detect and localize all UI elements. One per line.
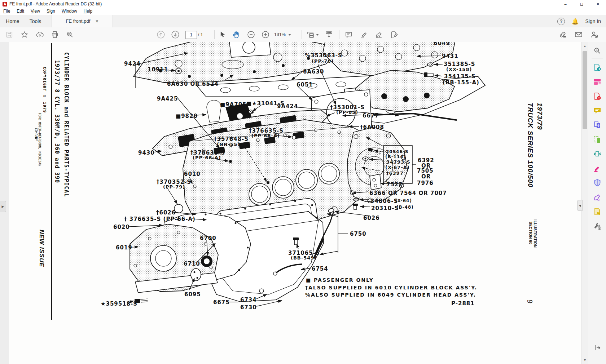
menu-view[interactable]: View (27, 8, 43, 15)
part-label: 6754 (312, 266, 328, 272)
more-tools-icon[interactable] (593, 222, 602, 230)
comment-tool-icon[interactable] (343, 29, 354, 40)
edit-pdf-icon[interactable] (593, 77, 602, 86)
help-icon[interactable]: ? (557, 18, 565, 25)
page-number-input[interactable] (185, 31, 197, 39)
part-label: 34806-S (370, 198, 398, 204)
export-pdf-icon[interactable] (593, 63, 602, 72)
save-icon[interactable] (4, 29, 15, 40)
expand-pane-icon[interactable] (593, 343, 602, 352)
part-label: (BB-155-A) (443, 79, 479, 86)
part-label: 6750 (350, 231, 366, 237)
part-label: 6677 (363, 112, 379, 119)
part-label: 6734 (240, 297, 257, 303)
part-label: †6A008 (360, 124, 384, 130)
redact-icon[interactable] (593, 164, 602, 173)
part-label: (XX-158) (446, 67, 472, 72)
menu-edit[interactable]: Edit (13, 8, 27, 15)
menu-file[interactable]: File (0, 8, 13, 15)
next-page-icon[interactable] (170, 29, 181, 40)
rail-divider (592, 338, 603, 338)
part-label: (BB-549) (291, 255, 317, 261)
minimize-button[interactable]: – (557, 0, 574, 8)
document-area: ▶ CYLINDER BLOCK and RELATED PARTS-TYPIC… (0, 42, 588, 364)
cloud-upload-icon[interactable] (34, 29, 45, 40)
comment-icon[interactable] (593, 106, 602, 115)
part-label: 9430 (138, 150, 155, 156)
select-tool-icon[interactable] (216, 29, 228, 40)
notifications-bell-icon[interactable]: 🔔 (571, 18, 579, 25)
tab-document[interactable]: FE front.pdf ✕ (52, 15, 113, 27)
invite-person-icon[interactable] (589, 29, 600, 40)
organize-pages-icon[interactable] (593, 135, 602, 144)
diagram-footnote: ■ PASSENGER ONLY (306, 277, 374, 283)
scroll-up-icon[interactable]: ▲ (582, 43, 588, 49)
email-icon[interactable] (573, 29, 584, 40)
print-icon[interactable] (49, 29, 61, 40)
zoom-level-value: 131% (274, 32, 286, 37)
pdf-page: CYLINDER BLOCK and RELATED PARTS-TYPICAL… (9, 42, 581, 364)
highlighter-icon[interactable] (358, 29, 369, 40)
combine-files-icon[interactable] (593, 121, 602, 129)
tools-pane-collapse-toggle[interactable]: ◀ (577, 200, 583, 211)
close-button[interactable]: ✕ (590, 0, 606, 8)
sign-in-button[interactable]: Sign In (585, 18, 601, 24)
part-label: 20310-S (371, 205, 399, 212)
part-label: 354135-S (444, 73, 476, 80)
main-toolbar: / 1 131% (0, 27, 606, 43)
zoom-level-control[interactable]: 131% (274, 31, 291, 38)
part-label: 9424 (124, 61, 141, 67)
fill-sign-icon[interactable] (593, 193, 602, 201)
part-label: (B-114) (385, 154, 406, 159)
tab-document-label: FE front.pdf (66, 15, 90, 27)
menu-sign[interactable]: Sign (43, 8, 58, 15)
scroll-mode-icon[interactable] (323, 29, 335, 40)
maximize-button[interactable]: ◻ (574, 0, 590, 8)
sign-pen-icon[interactable] (373, 29, 385, 40)
title-bar: A FE front.pdf - Adobe Acrobat Reader DC… (0, 0, 606, 8)
previous-page-icon[interactable] (155, 29, 167, 40)
tab-close-icon[interactable]: ✕ (95, 15, 98, 27)
request-signatures-icon[interactable] (593, 207, 602, 216)
fill-sign-icon[interactable] (388, 29, 400, 40)
part-label: 9A424 (277, 103, 298, 110)
share-link-icon[interactable] (557, 29, 568, 40)
window-title: FE front.pdf - Adobe Acrobat Reader DC (… (9, 1, 102, 6)
tab-tools[interactable]: Tools (26, 15, 45, 27)
part-label: (PP-66-A) (251, 133, 280, 138)
menu-window[interactable]: Window (58, 8, 80, 15)
search-icon[interactable] (64, 29, 76, 40)
zoom-out-icon[interactable] (245, 29, 257, 40)
part-label: 6730 (240, 304, 257, 311)
part-label: 20546-S (386, 149, 408, 154)
zoom-in-icon[interactable] (260, 29, 271, 40)
fit-width-icon[interactable] (305, 29, 320, 40)
part-label: 6675 (213, 299, 230, 306)
part-label: (PP-66-A) (193, 155, 221, 160)
create-pdf-icon[interactable] (593, 92, 602, 101)
scrollbar-thumb[interactable] (583, 51, 587, 129)
part-label: †6026 (156, 209, 176, 216)
part-label: P-2881 (451, 300, 475, 307)
hand-tool-icon[interactable] (230, 29, 242, 40)
nav-pane-toggle[interactable]: ▶ (0, 201, 6, 212)
part-label: OR (421, 173, 431, 180)
star-icon[interactable] (19, 29, 30, 40)
engine-diagram-art (9, 42, 581, 364)
part-label: 6019 (116, 244, 132, 251)
part-label: ■9820 (176, 113, 198, 119)
scroll-down-icon[interactable]: ▼ (582, 357, 588, 363)
diagram-footnote: †ALSO SUPPLIED IN 6010 CYLINDER BLOCK AS… (305, 285, 477, 290)
tab-home[interactable]: Home (4, 15, 22, 27)
part-label: (NN-55) (217, 142, 240, 147)
part-label: 34793-S (386, 159, 410, 165)
protect-icon[interactable] (593, 178, 602, 187)
find-tools-icon[interactable] (593, 46, 602, 55)
part-label: †6397 (386, 170, 404, 176)
compress-pdf-icon[interactable] (593, 150, 602, 158)
part-label: 6049 (434, 42, 450, 46)
menu-help[interactable]: Help (80, 8, 96, 15)
part-label: 6A630 (303, 68, 324, 75)
part-label: (PP-78) (312, 58, 334, 64)
part-label: 6020 (113, 224, 130, 230)
